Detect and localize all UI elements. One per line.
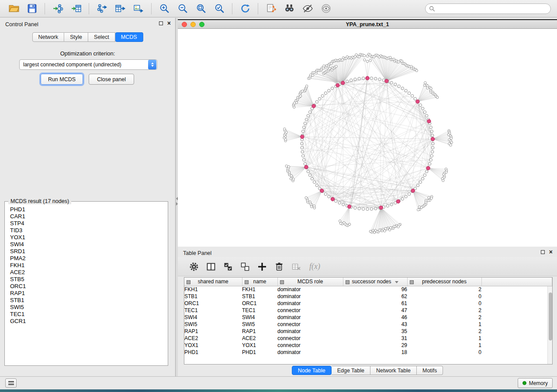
- import-table-icon[interactable]: [69, 2, 83, 15]
- scrollbar-thumb[interactable]: [549, 292, 552, 340]
- cell-successor-nodes[interactable]: 62: [343, 293, 407, 300]
- cell-predecessor-nodes[interactable]: 1: [407, 335, 481, 342]
- gear-icon[interactable]: [187, 260, 201, 273]
- zoom-selected-icon[interactable]: [213, 2, 226, 15]
- cell-predecessor-nodes[interactable]: 0: [407, 349, 481, 356]
- cell-mcds-role[interactable]: dominator: [277, 286, 343, 293]
- table-row[interactable]: YOX1YOX1connector291: [184, 342, 552, 349]
- mcds-result-item[interactable]: ACE2: [7, 269, 166, 276]
- export-network-icon[interactable]: [95, 2, 108, 15]
- cell-name[interactable]: TEC1: [242, 307, 277, 314]
- mcds-result-item[interactable]: SWI5: [7, 304, 166, 311]
- col-shared-name[interactable]: shared name: [184, 278, 242, 286]
- column-options-icon[interactable]: [245, 279, 249, 285]
- mcds-result-item[interactable]: STB5: [7, 276, 166, 283]
- cell-name[interactable]: ACE2: [242, 335, 277, 342]
- cell-shared-name[interactable]: ORC1: [184, 300, 242, 307]
- share-document-icon[interactable]: [264, 2, 277, 15]
- cell-mcds-role[interactable]: dominator: [277, 314, 343, 321]
- cell-mcds-role[interactable]: dominator: [277, 349, 343, 356]
- cell-predecessor-nodes[interactable]: 0: [407, 293, 481, 300]
- col-predecessor-nodes[interactable]: predecessor nodes: [407, 278, 481, 286]
- table-row[interactable]: TEC1TEC1connector472: [184, 307, 552, 314]
- search-input[interactable]: [438, 6, 547, 12]
- delete-table-icon[interactable]: [290, 260, 303, 273]
- cell-name[interactable]: YOX1: [242, 342, 277, 349]
- mcds-result-item[interactable]: GCR1: [7, 318, 166, 325]
- cell-filler[interactable]: [481, 293, 552, 300]
- table-row[interactable]: ORC1ORC1dominator610: [184, 300, 552, 307]
- cell-name[interactable]: SWI4: [242, 314, 277, 321]
- cell-shared-name[interactable]: TEC1: [184, 307, 242, 314]
- cell-filler[interactable]: [481, 300, 552, 307]
- add-row-icon[interactable]: [256, 260, 269, 273]
- select-all-icon[interactable]: [221, 260, 235, 273]
- table-row[interactable]: SWI4SWI4dominator462: [184, 314, 552, 321]
- cell-mcds-role[interactable]: connector: [277, 321, 343, 328]
- cell-name[interactable]: STB1: [242, 293, 277, 300]
- cell-predecessor-nodes[interactable]: 1: [407, 342, 481, 349]
- mcds-result-item[interactable]: STB1: [7, 297, 166, 304]
- zoom-in-icon[interactable]: [158, 2, 171, 15]
- column-layout-icon[interactable]: [204, 260, 218, 273]
- cell-mcds-role[interactable]: connector: [277, 335, 343, 342]
- tab-style[interactable]: Style: [64, 32, 88, 42]
- tab-mcds[interactable]: MCDS: [115, 32, 143, 42]
- tab-edge-table[interactable]: Edge Table: [332, 366, 370, 375]
- zoom-out-icon[interactable]: [176, 2, 189, 15]
- cell-successor-nodes[interactable]: 61: [343, 300, 407, 307]
- export-table-icon[interactable]: [114, 2, 127, 15]
- cell-predecessor-nodes[interactable]: 1: [407, 321, 481, 328]
- mcds-result-item[interactable]: FKH1: [7, 262, 166, 269]
- mcds-result-item[interactable]: TID3: [7, 227, 166, 234]
- tab-network-table[interactable]: Network Table: [370, 366, 417, 375]
- cell-shared-name[interactable]: ACE2: [184, 335, 242, 342]
- cell-successor-nodes[interactable]: 46: [343, 314, 407, 321]
- zoom-fit-icon[interactable]: [194, 2, 208, 15]
- close-table-panel-icon[interactable]: ×: [549, 250, 553, 254]
- table-row[interactable]: RAP1RAP1dominator352: [184, 328, 552, 335]
- cell-shared-name[interactable]: PHD1: [184, 349, 242, 356]
- mcds-result-item[interactable]: CAR1: [7, 213, 166, 220]
- deselect-all-icon[interactable]: [239, 260, 252, 273]
- float-table-panel-icon[interactable]: [541, 250, 545, 254]
- tab-motifs[interactable]: Motifs: [417, 366, 443, 375]
- cell-mcds-role[interactable]: connector: [277, 307, 343, 314]
- mcds-result-item[interactable]: RAP1: [7, 290, 166, 297]
- tab-select[interactable]: Select: [88, 32, 115, 42]
- cell-name[interactable]: FKH1: [242, 286, 277, 293]
- export-image-icon[interactable]: [132, 2, 145, 15]
- hide-details-icon[interactable]: [301, 2, 314, 15]
- cell-shared-name[interactable]: SWI5: [184, 321, 242, 328]
- tab-network[interactable]: Network: [32, 32, 64, 42]
- mcds-result-item[interactable]: YOX1: [7, 234, 166, 241]
- mcds-result-item[interactable]: PMA2: [7, 255, 166, 262]
- function-builder-icon[interactable]: f(x): [309, 262, 320, 271]
- cell-shared-name[interactable]: FKH1: [184, 286, 242, 293]
- cell-mcds-role[interactable]: dominator: [277, 328, 343, 335]
- cell-name[interactable]: SWI5: [242, 321, 277, 328]
- mcds-result-item[interactable]: PHD1: [7, 206, 166, 213]
- mcds-result-item[interactable]: SWI4: [7, 241, 166, 248]
- cell-predecessor-nodes[interactable]: 2: [407, 314, 481, 321]
- column-options-icon[interactable]: [346, 279, 349, 285]
- cell-successor-nodes[interactable]: 47: [343, 307, 407, 314]
- cell-filler[interactable]: [481, 342, 552, 349]
- maximize-window-icon[interactable]: [199, 22, 204, 27]
- table-row[interactable]: SWI5SWI5connector431: [184, 321, 552, 328]
- search-network-icon[interactable]: [283, 2, 296, 15]
- table-row[interactable]: PHD1PHD1dominator180: [184, 349, 552, 356]
- column-options-icon[interactable]: [187, 279, 190, 285]
- cell-successor-nodes[interactable]: 35: [343, 328, 407, 335]
- network-canvas[interactable]: [178, 29, 557, 247]
- mcds-result-item[interactable]: ORC1: [7, 283, 166, 290]
- cell-successor-nodes[interactable]: 43: [343, 321, 407, 328]
- cell-name[interactable]: PHD1: [242, 349, 277, 356]
- column-options-icon[interactable]: [280, 279, 284, 285]
- cell-mcds-role[interactable]: dominator: [277, 300, 343, 307]
- cell-name[interactable]: ORC1: [242, 300, 277, 307]
- delete-row-icon[interactable]: [273, 260, 286, 273]
- float-panel-icon[interactable]: [159, 21, 163, 25]
- cell-filler[interactable]: [481, 349, 552, 356]
- column-options-icon[interactable]: [410, 279, 414, 285]
